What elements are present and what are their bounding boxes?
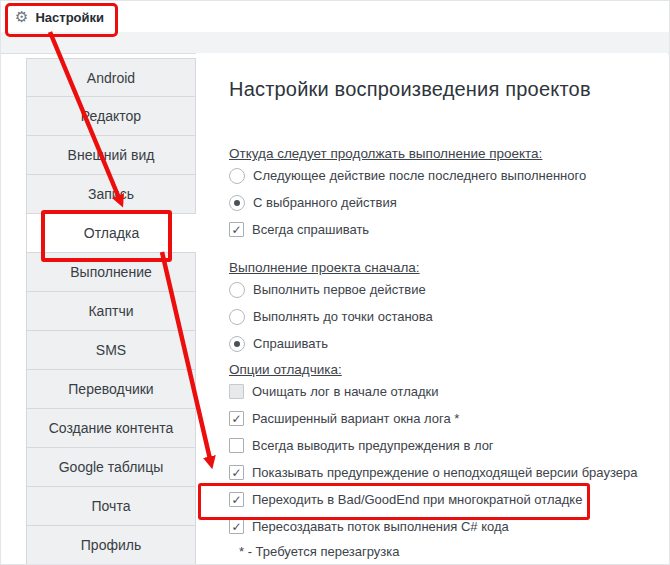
section-header-debugger-options: Опции отладчика: <box>229 361 660 378</box>
radio-unchecked-icon[interactable] <box>229 309 245 325</box>
sidebar-item-mail[interactable]: Почта <box>26 487 196 526</box>
checkbox-checked-icon[interactable] <box>229 222 244 237</box>
checkbox-checked-icon[interactable] <box>229 519 244 534</box>
toolbar: ⚙ Настройки <box>1 1 669 33</box>
settings-panel: Настройки воспроизведения проектов Откуд… <box>196 53 668 563</box>
checkbox-checked-icon[interactable] <box>229 411 244 426</box>
radio-option-ask[interactable]: Спрашивать <box>229 330 660 357</box>
checkbox-always-ask[interactable]: Всегда спрашивать <box>229 216 660 243</box>
radio-option-from-selected-action[interactable]: С выбранного действия <box>229 189 660 216</box>
sidebar-item-content-creation[interactable]: Создание контента <box>26 409 196 448</box>
radio-unchecked-icon[interactable] <box>229 168 245 184</box>
option-label: Всегда выводить предупреждения в лог <box>252 438 494 453</box>
checkbox-checked-icon[interactable] <box>229 465 244 480</box>
sidebar-item-profile[interactable]: Профиль <box>26 526 196 565</box>
checkbox-browser-version-warning[interactable]: Показывать предупреждение о неподходящей… <box>229 459 660 486</box>
checkbox-recreate-csharp-thread[interactable]: Пересоздавать поток выполнения C# кода <box>229 513 660 540</box>
settings-sidebar: Android Редактор Внешний вид Запись Отла… <box>26 58 196 565</box>
checkbox-goto-bad-goodend[interactable]: Переходить в Bad/GoodEnd при многократно… <box>229 486 660 513</box>
radio-unchecked-icon[interactable] <box>229 282 245 298</box>
settings-button[interactable]: ⚙ Настройки <box>11 7 108 27</box>
sidebar-item-appearance[interactable]: Внешний вид <box>26 136 196 175</box>
option-label: Выполнить первое действие <box>253 282 426 297</box>
option-label: Всегда спрашивать <box>252 222 369 237</box>
option-label: Очищать лог в начале отладки <box>252 384 438 399</box>
settings-button-label: Настройки <box>35 10 104 25</box>
toolbar-sub-band <box>1 32 669 54</box>
sidebar-item-google-sheets[interactable]: Google таблицы <box>26 448 196 487</box>
restart-required-footnote: * - Требуется перезагрузка <box>229 544 660 559</box>
radio-checked-icon[interactable] <box>229 195 245 211</box>
section-header-continue-from: Откуда следует продолжать выполнение про… <box>229 145 660 162</box>
page-title: Настройки воспроизведения проектов <box>229 77 660 101</box>
section-header-run-from-start: Выполнение проекта сначала: <box>229 259 660 276</box>
sidebar-item-execution[interactable]: Выполнение <box>26 253 196 292</box>
checkbox-checked-icon[interactable] <box>229 492 244 507</box>
checkbox-always-log-warnings[interactable]: Всегда выводить предупреждения в лог <box>229 432 660 459</box>
option-label: Расширенный вариант окна лога * <box>252 411 459 426</box>
option-label: Переходить в Bad/GoodEnd при многократно… <box>252 492 582 507</box>
sidebar-item-debug[interactable]: Отладка <box>26 214 196 253</box>
gear-icon: ⚙ <box>15 10 28 25</box>
radio-option-next-action[interactable]: Следующее действие после последнего выпо… <box>229 162 660 189</box>
option-label: Показывать предупреждение о неподходящей… <box>252 465 637 480</box>
sidebar-item-android[interactable]: Android <box>26 58 196 97</box>
radio-checked-icon[interactable] <box>229 336 245 352</box>
settings-window: ⚙ Настройки Android Редактор Внешний вид… <box>0 0 670 565</box>
option-label: Следующее действие после последнего выпо… <box>253 168 586 183</box>
sidebar-item-recording[interactable]: Запись <box>26 175 196 214</box>
checkbox-clear-log-on-debug-start[interactable]: Очищать лог в начале отладки <box>229 378 660 405</box>
sidebar-item-translators[interactable]: Переводчики <box>26 370 196 409</box>
sidebar-item-editor[interactable]: Редактор <box>26 97 196 136</box>
sidebar-item-captcha[interactable]: Каптчи <box>26 292 196 331</box>
checkbox-extended-log-window[interactable]: Расширенный вариант окна лога * <box>229 405 660 432</box>
option-label: Спрашивать <box>253 336 328 351</box>
option-label: С выбранного действия <box>253 195 397 210</box>
checkbox-disabled-icon <box>229 384 244 399</box>
option-label: Пересоздавать поток выполнения C# кода <box>252 519 509 534</box>
sidebar-item-sms[interactable]: SMS <box>26 331 196 370</box>
checkbox-unchecked-icon[interactable] <box>229 438 244 453</box>
option-label: Выполнять до точки останова <box>253 309 433 324</box>
radio-option-run-to-breakpoint[interactable]: Выполнять до точки останова <box>229 303 660 330</box>
radio-option-run-first-action[interactable]: Выполнить первое действие <box>229 276 660 303</box>
